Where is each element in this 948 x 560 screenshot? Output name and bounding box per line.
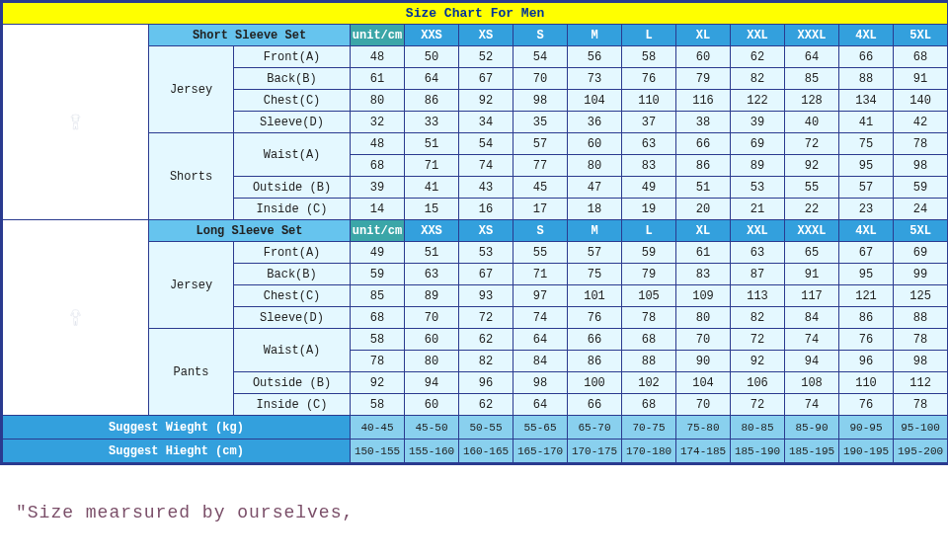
group-jersey-s: Jersey (149, 46, 234, 133)
row-label: Front(A) (234, 46, 351, 68)
group-jersey-l: Jersey (149, 242, 234, 329)
svg-text:C: C (76, 313, 77, 314)
footnote-text: "Size mearsured by ourselves, sometimes … (0, 465, 948, 560)
row-label: Back(B) (234, 264, 351, 285)
long-sleeve-diagram: A B C D A B C (3, 220, 149, 416)
chart-title: Size Chart For Men (3, 3, 948, 25)
sz-4: L (622, 25, 676, 46)
row-label: Outside (B) (234, 372, 351, 394)
svg-text:B: B (76, 116, 77, 117)
svg-text:A: A (75, 114, 76, 115)
svg-text:C: C (76, 118, 77, 119)
unit-label: unit/cm (351, 25, 405, 46)
group-shorts: Shorts (149, 133, 234, 220)
sz-0: XXS (405, 25, 459, 46)
suggest-weight-label: Suggest Wieght (kg) (3, 416, 351, 440)
row-label: Waist(A) (234, 133, 351, 177)
svg-text:B: B (78, 125, 79, 126)
section-long: Long Sleeve Set (149, 220, 351, 242)
row-label: Back(B) (234, 68, 351, 90)
svg-text:C: C (76, 126, 77, 127)
sz-1: XS (459, 25, 514, 46)
row-label: Inside (C) (234, 394, 351, 416)
row-label: Chest(C) (234, 285, 351, 307)
sz-3: M (568, 25, 622, 46)
suggest-height-label: Suggest Hieght (cm) (3, 440, 351, 463)
row-label: Inside (C) (234, 199, 351, 220)
row-label: Chest(C) (234, 90, 351, 112)
svg-text:C: C (76, 322, 77, 323)
sz-5: XL (676, 25, 731, 46)
svg-text:D: D (80, 312, 81, 313)
row-label: Sleeve(D) (234, 307, 351, 329)
group-pants: Pants (149, 329, 234, 416)
unit-label: unit/cm (351, 220, 405, 242)
short-sleeve-diagram: A B C D A B C (3, 25, 149, 220)
row-label: Sleeve(D) (234, 112, 351, 133)
size-chart: Size Chart For Men A B C D A (0, 0, 948, 465)
sz-7: XXXL (785, 25, 839, 46)
svg-text:B: B (78, 321, 79, 322)
section-short: Short Sleeve Set (149, 25, 351, 46)
size-table: Size Chart For Men A B C D A (2, 2, 948, 463)
row-label: Waist(A) (234, 329, 351, 372)
sz-2: S (514, 25, 568, 46)
sz-9: 5XL (894, 25, 948, 46)
row-label: Front(A) (234, 242, 351, 264)
svg-text:D: D (79, 116, 80, 117)
sz-6: XXL (731, 25, 785, 46)
sz-8: 4XL (839, 25, 894, 46)
svg-text:B: B (76, 311, 77, 312)
row-label: Outside (B) (234, 177, 351, 199)
